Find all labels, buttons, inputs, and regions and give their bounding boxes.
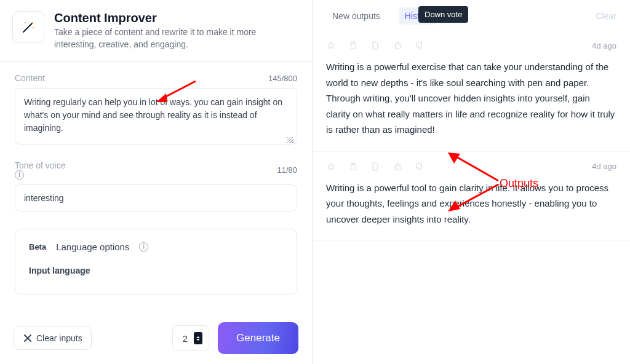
svg-point-0 — [32, 22, 33, 23]
output-text: Writing is a powerful tool to gain clari… — [326, 180, 616, 228]
template-title: Content Improver — [54, 11, 300, 25]
document-icon[interactable] — [370, 41, 380, 50]
info-icon: i — [15, 170, 24, 180]
document-icon[interactable] — [370, 162, 380, 172]
svg-rect-5 — [351, 44, 356, 49]
input-language-label: Input language — [29, 266, 283, 275]
thumbs-down-icon[interactable] — [415, 162, 425, 172]
template-header: Content Improver Take a piece of content… — [0, 0, 312, 62]
footer-bar: Clear inputs 2 Generate — [0, 312, 312, 364]
thumbs-down-icon[interactable] — [415, 41, 425, 50]
content-label: Content — [15, 73, 45, 83]
svg-rect-6 — [351, 164, 356, 170]
template-subtitle: Take a piece of content and rewrite it t… — [54, 26, 300, 50]
output-tabs: New outputs History Clear Down vote — [313, 0, 630, 31]
content-counter: 145/800 — [268, 74, 297, 83]
clear-inputs-button[interactable]: Clear inputs — [14, 326, 92, 350]
output-card: 4d ago Writing is a powerful exercise th… — [313, 31, 630, 152]
beta-badge: Beta — [29, 242, 46, 251]
svg-point-1 — [25, 22, 26, 23]
quantity-stepper[interactable]: 2 — [172, 325, 209, 351]
star-icon[interactable] — [326, 162, 336, 172]
tab-new-outputs[interactable]: New outputs — [326, 7, 386, 25]
wand-icon — [21, 20, 36, 34]
output-text: Writing is a powerful exercise that can … — [326, 59, 616, 138]
output-age: 4d ago — [592, 162, 616, 171]
stepper-icon[interactable] — [194, 332, 202, 344]
svg-point-2 — [33, 27, 34, 28]
right-panel: New outputs History Clear Down vote 4d a… — [313, 0, 630, 364]
output-card: 4d ago Writing is a powerful tool to gai… — [313, 152, 630, 242]
left-panel: Content Improver Take a piece of content… — [0, 0, 313, 364]
generate-button[interactable]: Generate — [218, 322, 298, 354]
copy-icon[interactable] — [348, 41, 358, 50]
star-icon[interactable] — [326, 41, 336, 50]
tone-input[interactable] — [15, 184, 297, 212]
tone-counter: 11/80 — [277, 165, 297, 175]
language-options-title: Language options — [56, 242, 129, 252]
content-textarea[interactable] — [15, 88, 297, 144]
tone-label: Tone of voice i — [15, 160, 66, 180]
clear-outputs-link[interactable]: Clear — [596, 11, 616, 21]
copy-icon[interactable] — [348, 162, 358, 172]
language-options-block: Beta Language options i Input language — [15, 229, 297, 295]
quantity-value: 2 — [183, 333, 188, 344]
output-age: 4d ago — [592, 41, 616, 50]
info-icon: i — [139, 242, 148, 251]
template-logo — [12, 11, 44, 43]
thumbs-up-icon[interactable] — [393, 41, 402, 50]
thumbs-up-icon[interactable] — [393, 162, 402, 172]
x-icon — [23, 333, 33, 343]
annotation-outputs-label: Outputs — [500, 177, 538, 190]
downvote-tooltip: Down vote — [418, 6, 468, 23]
output-cards: 4d ago Writing is a powerful exercise th… — [313, 31, 630, 364]
